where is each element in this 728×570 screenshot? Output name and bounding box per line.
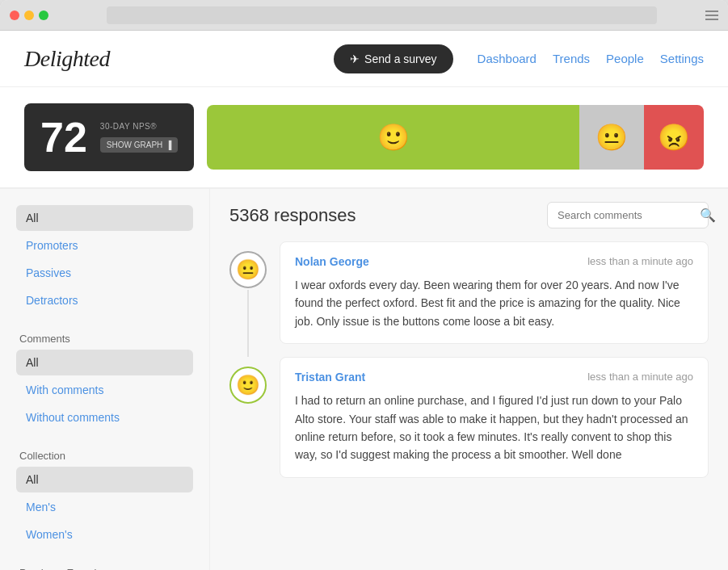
show-graph-button[interactable]: SHOW GRAPH ▐ <box>100 137 179 153</box>
search-box: 🔍 <box>547 202 709 228</box>
nps-label: 30-DAY NPS® <box>100 122 179 131</box>
collection-filter-all[interactable]: All <box>16 467 193 492</box>
comment-header: Nolan George less than a minute ago <box>295 255 693 268</box>
top-section: 72 30-DAY NPS® SHOW GRAPH ▐ 🙂 😐 😠 <box>0 87 728 189</box>
comment-filter-with[interactable]: With comments <box>16 377 193 403</box>
filter-promoters[interactable]: Promoters <box>16 233 193 258</box>
comment-filter-section: Comments All With comments Without comme… <box>16 333 193 430</box>
comments-label: Comments <box>16 333 193 345</box>
send-survey-label: Send a survey <box>364 52 437 65</box>
passive-avatar: 😐 <box>229 251 267 288</box>
purchase-label: Purchase Experience <box>16 567 193 570</box>
responses-header: 5368 responses 🔍 <box>210 189 728 241</box>
comment-text: I had to return an online purchase, and … <box>295 392 693 464</box>
comment-card: Tristan Grant less than a minute ago I h… <box>280 357 709 478</box>
collection-filter-mens[interactable]: Men's <box>16 494 193 520</box>
send-icon: ✈ <box>350 52 360 65</box>
responses-count: 5368 responses <box>229 205 356 226</box>
comment-time: less than a minute ago <box>587 371 693 383</box>
nps-bar-section: 72 30-DAY NPS® SHOW GRAPH ▐ 🙂 😐 😠 <box>0 87 728 188</box>
nav-links: Dashboard Trends People Settings <box>478 52 704 65</box>
comment-filter-without[interactable]: Without comments <box>16 404 193 430</box>
search-icon: 🔍 <box>700 207 716 223</box>
nav-link-trends[interactable]: Trends <box>553 52 590 65</box>
show-graph-label: SHOW GRAPH <box>107 140 162 149</box>
commenter-name[interactable]: Tristan Grant <box>295 371 365 383</box>
comment-filter-all[interactable]: All <box>16 350 193 375</box>
minimize-button[interactable] <box>24 10 34 20</box>
app-window: Delighted ✈ Send a survey Dashboard Tren… <box>0 0 728 570</box>
collection-filter-section: Collection All Men's Women's <box>16 450 193 547</box>
nav-link-people[interactable]: People <box>606 52 644 65</box>
logo: Delighted <box>24 46 110 72</box>
collection-label: Collection <box>16 450 193 462</box>
filter-passives[interactable]: Passives <box>16 260 193 286</box>
passive-bar[interactable]: 😐 <box>579 105 644 170</box>
promoter-face-icon: 🙂 <box>377 122 410 153</box>
graph-icon: ▐ <box>166 140 171 149</box>
detractor-face-icon: 😠 <box>658 122 690 153</box>
nps-score: 72 <box>40 116 87 158</box>
send-survey-button[interactable]: ✈ Send a survey <box>334 44 453 73</box>
avatar-col: 😐 <box>229 241 267 344</box>
feed-item: 😐 Nolan George less than a minute ago I … <box>229 241 709 344</box>
sidebar: All Promoters Passives Detractors Commen… <box>0 189 210 570</box>
sentiment-bar: 🙂 😐 😠 <box>207 105 704 170</box>
response-feed: 😐 Nolan George less than a minute ago I … <box>210 241 728 478</box>
promoter-bar[interactable]: 🙂 <box>207 105 579 170</box>
filter-all[interactable]: All <box>16 205 193 231</box>
purchase-filter-section: Purchase Experience <box>16 567 193 570</box>
close-button[interactable] <box>10 10 19 20</box>
detractor-bar[interactable]: 😠 <box>644 105 704 170</box>
promoter-avatar: 🙂 <box>229 367 267 404</box>
main-content: All Promoters Passives Detractors Commen… <box>0 189 728 570</box>
passive-face-icon: 😐 <box>595 122 628 153</box>
content-area: 5368 responses 🔍 😐 Nolan George less tha <box>210 189 728 570</box>
maximize-button[interactable] <box>39 10 48 20</box>
comment-time: less than a minute ago <box>587 255 693 268</box>
comment-card: Nolan George less than a minute ago I we… <box>280 241 709 344</box>
collection-filter-womens[interactable]: Women's <box>16 522 193 547</box>
navbar: Delighted ✈ Send a survey Dashboard Tren… <box>0 31 728 87</box>
filter-detractors[interactable]: Detractors <box>16 287 193 313</box>
menu-icon[interactable] <box>705 10 718 20</box>
nps-score-box: 72 30-DAY NPS® SHOW GRAPH ▐ <box>24 103 194 171</box>
nav-link-dashboard[interactable]: Dashboard <box>478 52 537 65</box>
nav-link-settings[interactable]: Settings <box>660 52 704 65</box>
traffic-lights <box>10 10 48 20</box>
comment-header: Tristan Grant less than a minute ago <box>295 371 693 383</box>
score-filter-section: All Promoters Passives Detractors <box>16 205 193 313</box>
titlebar <box>0 0 728 31</box>
comment-text: I wear oxfords every day. Been wearing t… <box>295 276 693 330</box>
search-input[interactable] <box>558 209 693 221</box>
feed-item: 🙂 Tristan Grant less than a minute ago I… <box>229 357 709 478</box>
url-bar[interactable] <box>107 6 657 24</box>
avatar-col: 🙂 <box>229 357 267 478</box>
commenter-name[interactable]: Nolan George <box>295 255 369 268</box>
